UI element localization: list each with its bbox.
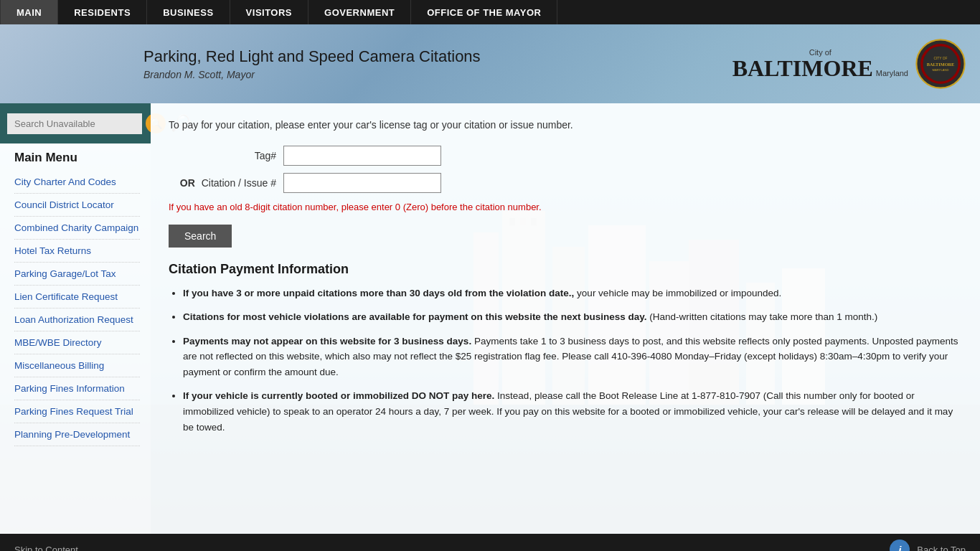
- citation-info-title: Citation Payment Information: [169, 262, 962, 277]
- menu-item-parking-fines-information[interactable]: Parking Fines Information: [14, 377, 140, 400]
- skip-to-content-link[interactable]: Skip to Content: [14, 545, 78, 552]
- back-to-top-link[interactable]: Back to Top: [917, 545, 966, 552]
- or-label: OR: [180, 177, 195, 189]
- nav-item-main[interactable]: MAIN: [0, 0, 58, 24]
- nav-item-residents[interactable]: RESIDENTS: [58, 0, 147, 24]
- svg-text:MARYLAND: MARYLAND: [932, 68, 948, 72]
- menu-item-mbe/wbe-directory[interactable]: MBE/WBE Directory: [14, 331, 140, 354]
- citation-list-item: Citations for most vehicle violations ar…: [183, 309, 962, 325]
- citation-list-item: If your vehicle is currently booted or i…: [183, 388, 962, 435]
- menu-items-container: City Charter And CodesCouncil District L…: [14, 171, 140, 446]
- menu-title: Main Menu: [14, 151, 140, 165]
- header-title-area: Parking, Red Light and Speed Camera Cita…: [143, 47, 481, 80]
- sidebar: 🔍 🔎 Main Menu City Charter And CodesCoun…: [0, 103, 151, 534]
- nav-item-visitors[interactable]: VISITORS: [230, 0, 308, 24]
- city-name: BALTIMORE: [732, 55, 873, 81]
- citation-info-section: Citation Payment Information If you have…: [169, 262, 962, 435]
- main-wrapper: 🔍 🔎 Main Menu City Charter And CodesCoun…: [0, 103, 980, 534]
- menu-item-loan-authorization-request[interactable]: Loan Authorization Request: [14, 309, 140, 331]
- form-intro: To pay for your citation, please enter y…: [169, 118, 962, 133]
- page-header: Parking, Red Light and Speed Camera Cita…: [0, 24, 980, 103]
- citation-label: OR Citation / Issue #: [169, 177, 283, 189]
- search-input[interactable]: [7, 113, 142, 134]
- tag-input[interactable]: [283, 146, 441, 166]
- menu-item-lien-certificate-request[interactable]: Lien Certificate Request: [14, 286, 140, 309]
- svg-text:CITY OF: CITY OF: [933, 57, 947, 60]
- main-menu: Main Menu City Charter And CodesCouncil …: [0, 143, 151, 450]
- citation-list-item: Payments may not appear on this website …: [183, 334, 962, 380]
- info-icon[interactable]: i: [890, 540, 910, 551]
- form-hint: If you have an old 8-digit citation numb…: [169, 200, 962, 215]
- nav-item-business[interactable]: BUSINESS: [147, 0, 230, 24]
- citation-list: If you have 3 or more unpaid citations m…: [169, 286, 962, 435]
- menu-item-hotel-tax-returns[interactable]: Hotel Tax Returns: [14, 240, 140, 263]
- menu-item-miscellaneous-billing[interactable]: Miscellaneous Billing: [14, 354, 140, 377]
- header-logo-area: City of BALTIMORE Maryland CITY OF BALTI…: [732, 39, 966, 89]
- search-box: 🔍 🔎: [0, 103, 151, 143]
- menu-item-council-district-locator[interactable]: Council District Locator: [14, 194, 140, 217]
- citation-input[interactable]: [283, 173, 441, 193]
- baltimore-text: City of BALTIMORE Maryland: [732, 48, 908, 80]
- nav-item-government[interactable]: GOVERNMENT: [308, 0, 411, 24]
- page-title: Parking, Red Light and Speed Camera Cita…: [143, 47, 481, 66]
- menu-item-parking-garage/lot-tax[interactable]: Parking Garage/Lot Tax: [14, 263, 140, 286]
- top-navigation: MAINRESIDENTSBUSINESSVISITORSGOVERNMENTO…: [0, 0, 980, 24]
- menu-item-planning-pre-development[interactable]: Planning Pre-Development: [14, 423, 140, 446]
- mayor-subtitle: Brandon M. Scott, Mayor: [143, 69, 481, 80]
- tag-row: Tag#: [169, 146, 962, 166]
- menu-item-parking-fines-request-trial[interactable]: Parking Fines Request Trial: [14, 400, 140, 423]
- state-label: Maryland: [876, 69, 908, 77]
- menu-item-city-charter-and-codes[interactable]: City Charter And Codes: [14, 171, 140, 194]
- menu-item-combined-charity-campaign[interactable]: Combined Charity Campaign: [14, 217, 140, 240]
- tag-label: Tag#: [169, 150, 283, 161]
- citation-label-text: Citation / Issue #: [202, 177, 276, 189]
- nav-item-office-of-the-mayor[interactable]: OFFICE OF THE MAYOR: [411, 0, 557, 24]
- page-footer: Skip to Content i Back to Top: [0, 534, 980, 551]
- city-seal-icon: CITY OF BALTIMORE MARYLAND: [915, 39, 966, 89]
- search-submit-button[interactable]: Search: [169, 225, 232, 248]
- svg-text:BALTIMORE: BALTIMORE: [927, 62, 955, 67]
- citation-row: OR Citation / Issue #: [169, 173, 962, 193]
- content-panel: To pay for your citation, please enter y…: [151, 103, 980, 534]
- citation-list-item: If you have 3 or more unpaid citations m…: [183, 286, 962, 301]
